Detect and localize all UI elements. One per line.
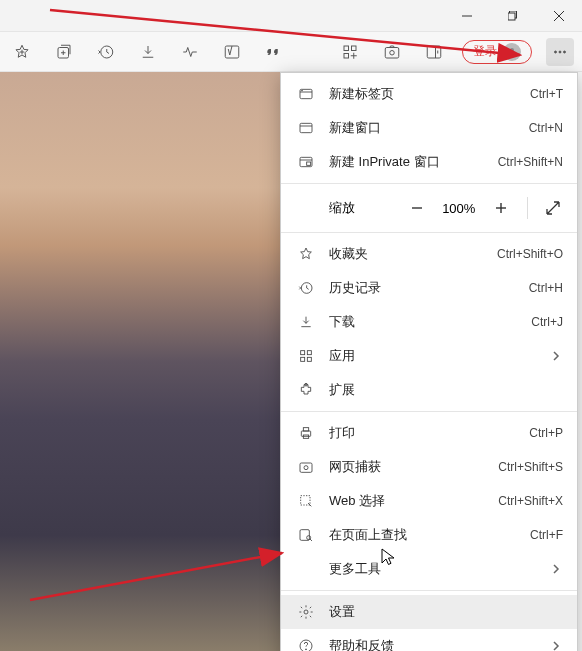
menu-shortcut: Ctrl+H — [529, 281, 563, 295]
menu-shortcut: Ctrl+Shift+X — [498, 494, 563, 508]
menu-shortcut: Ctrl+P — [529, 426, 563, 440]
svg-rect-2 — [508, 13, 515, 20]
gear-icon — [295, 604, 317, 620]
print-icon — [295, 425, 317, 441]
collections-icon[interactable] — [50, 38, 78, 66]
svg-point-49 — [304, 610, 308, 614]
menu-help[interactable]: 帮助和反馈 — [281, 629, 577, 651]
menu-label: 设置 — [329, 603, 563, 621]
svg-rect-47 — [300, 530, 309, 541]
zoom-value: 100% — [439, 201, 479, 216]
menu-find[interactable]: 在页面上查找 Ctrl+F — [281, 518, 577, 552]
svg-rect-12 — [344, 46, 349, 51]
menu-separator — [281, 232, 577, 233]
help-icon — [295, 638, 317, 651]
svg-rect-36 — [301, 351, 305, 355]
menu-shortcut: Ctrl+Shift+S — [498, 460, 563, 474]
settings-menu: 新建标签页 Ctrl+T 新建窗口 Ctrl+N 新建 InPrivate 窗口… — [280, 72, 578, 651]
more-menu-button[interactable] — [546, 38, 574, 66]
svg-point-16 — [390, 50, 395, 55]
menu-label: Web 选择 — [329, 492, 488, 510]
zoom-label: 缩放 — [329, 199, 355, 217]
close-window-button[interactable] — [536, 0, 582, 32]
zoom-out-button[interactable] — [403, 193, 431, 223]
history-icon — [295, 280, 317, 296]
maximize-button[interactable] — [490, 0, 536, 32]
minimize-button[interactable] — [444, 0, 490, 32]
sidebar-icon[interactable] — [420, 38, 448, 66]
menu-new-window[interactable]: 新建窗口 Ctrl+N — [281, 111, 577, 145]
sign-in-label: 登录 — [473, 43, 497, 60]
window-titlebar — [0, 0, 582, 32]
zoom-in-button[interactable] — [487, 193, 515, 223]
menu-shortcut: Ctrl+N — [529, 121, 563, 135]
menu-web-capture[interactable]: 网页捕获 Ctrl+Shift+S — [281, 450, 577, 484]
menu-label: 新建 InPrivate 窗口 — [329, 153, 488, 171]
svg-point-21 — [555, 51, 557, 53]
menu-more-tools[interactable]: 更多工具 — [281, 552, 577, 586]
svg-rect-31 — [307, 162, 311, 165]
chevron-right-icon — [551, 639, 563, 652]
star-icon — [295, 246, 317, 262]
fullscreen-button[interactable] — [539, 193, 567, 223]
menu-separator — [281, 590, 577, 591]
download-icon[interactable] — [134, 38, 162, 66]
menu-extensions[interactable]: 扩展 — [281, 373, 577, 407]
svg-rect-42 — [303, 428, 308, 431]
menu-label: 历史记录 — [329, 279, 519, 297]
svg-rect-39 — [307, 357, 311, 361]
new-tab-icon — [295, 86, 317, 102]
menu-label: 下载 — [329, 313, 521, 331]
menu-label: 网页捕获 — [329, 458, 488, 476]
svg-rect-15 — [385, 47, 399, 58]
math-icon[interactable] — [218, 38, 246, 66]
menu-settings[interactable]: 设置 — [281, 595, 577, 629]
menu-favorites[interactable]: 收藏夹 Ctrl+Shift+O — [281, 237, 577, 271]
menu-label: 扩展 — [329, 381, 563, 399]
menu-label: 更多工具 — [329, 560, 551, 578]
menu-label: 新建标签页 — [329, 85, 520, 103]
chevron-right-icon — [551, 349, 563, 364]
svg-rect-13 — [352, 46, 357, 51]
menu-history[interactable]: 历史记录 Ctrl+H — [281, 271, 577, 305]
menu-zoom-row: 缩放 100% — [281, 188, 577, 228]
extensions-icon — [295, 382, 317, 398]
screenshot-icon[interactable] — [378, 38, 406, 66]
history-icon[interactable] — [92, 38, 120, 66]
menu-web-select[interactable]: Web 选择 Ctrl+Shift+X — [281, 484, 577, 518]
menu-new-inprivate[interactable]: 新建 InPrivate 窗口 Ctrl+Shift+N — [281, 145, 577, 179]
svg-rect-41 — [301, 431, 310, 436]
favorites-icon[interactable] — [8, 38, 36, 66]
sign-in-button[interactable]: 登录 — [462, 40, 532, 64]
quote-icon[interactable] — [260, 38, 288, 66]
performance-icon[interactable] — [176, 38, 204, 66]
apps-icon[interactable] — [336, 38, 364, 66]
menu-new-tab[interactable]: 新建标签页 Ctrl+T — [281, 77, 577, 111]
inprivate-icon — [295, 154, 317, 170]
select-icon — [295, 493, 317, 509]
menu-label: 收藏夹 — [329, 245, 487, 263]
svg-rect-37 — [307, 351, 311, 355]
menu-shortcut: Ctrl+Shift+O — [497, 247, 563, 261]
menu-label: 新建窗口 — [329, 119, 519, 137]
menu-apps[interactable]: 应用 — [281, 339, 577, 373]
page-viewport — [0, 72, 280, 651]
svg-rect-27 — [300, 123, 312, 132]
svg-point-23 — [564, 51, 566, 53]
find-icon — [295, 527, 317, 543]
svg-rect-17 — [427, 46, 441, 58]
menu-label: 打印 — [329, 424, 519, 442]
menu-shortcut: Ctrl+J — [531, 315, 563, 329]
svg-point-45 — [304, 466, 308, 470]
avatar-icon — [503, 43, 521, 61]
svg-point-22 — [559, 51, 561, 53]
zoom-separator — [527, 197, 528, 219]
menu-label: 在页面上查找 — [329, 526, 520, 544]
menu-print[interactable]: 打印 Ctrl+P — [281, 416, 577, 450]
svg-rect-44 — [300, 463, 312, 472]
svg-rect-14 — [344, 53, 349, 58]
menu-downloads[interactable]: 下载 Ctrl+J — [281, 305, 577, 339]
browser-toolbar: 登录 — [0, 32, 582, 72]
svg-point-20 — [510, 48, 514, 52]
chevron-right-icon — [551, 562, 563, 577]
